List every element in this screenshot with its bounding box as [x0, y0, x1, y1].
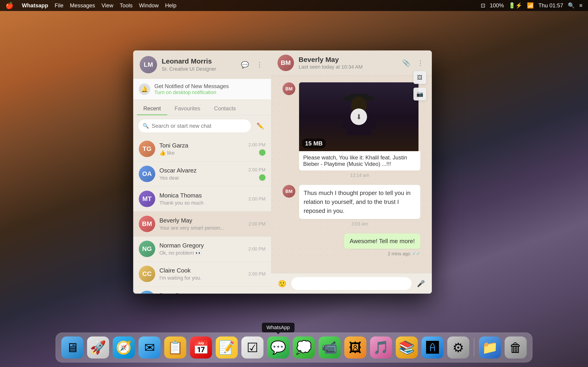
wifi-icon[interactable]: 📶 [527, 2, 534, 9]
chat-name-beverly: Beverly May [159, 217, 244, 224]
dock-app-safari[interactable]: 🧭 [113, 336, 135, 359]
dock-app-icon-safari: 🧭 [116, 340, 132, 355]
chat-time-beverly: 2:00 PM [249, 221, 266, 227]
spotlight-icon[interactable]: 🔍 [568, 2, 575, 9]
battery-percent: 100% [490, 2, 504, 9]
chat-meta-oscar: 2:00 PM [249, 167, 266, 181]
user-avatar[interactable]: LM [140, 56, 157, 73]
tab-favourites[interactable]: Favourites [168, 102, 207, 115]
chat-meta-claire: 2:00 PM [249, 271, 266, 277]
dock-app-itunes[interactable]: 🎵 [370, 336, 392, 359]
chat-header-icons: 📎 ⋮ [401, 58, 425, 68]
dock-app-icon-ibooks: 📚 [399, 340, 415, 355]
dock-app-icon-reminders: ☑ [247, 340, 258, 355]
chat-name-oscar: Oscar Alvarez [159, 167, 244, 174]
sender-avatar-2-image: BM [283, 185, 295, 198]
tab-contacts[interactable]: Contacts [208, 102, 242, 115]
chat-preview-monica: Thank you so much [159, 200, 244, 206]
dock-app-icon-mail: ✉ [144, 340, 155, 355]
dock-app-whatsapp[interactable]: WhatsApp 💬 [267, 336, 289, 359]
tab-recent[interactable]: Recent [137, 102, 167, 115]
menu-window[interactable]: Window [139, 2, 158, 9]
tab-bar: Recent Favourites Contacts [133, 100, 271, 115]
chat-info-monica: Monica Thomas Thank you so much [159, 192, 244, 206]
chat-more-icon[interactable]: ⋮ [415, 58, 425, 68]
chat-avatar-image-toni: TG [139, 141, 155, 157]
dock-app-trash[interactable]: 🗑 [505, 336, 527, 359]
dock-app-notefile[interactable]: 📋 [164, 336, 186, 359]
chat-header: BM Beverly May Last seen today at 10:34 … [271, 50, 432, 75]
chat-avatar-claire: CC [139, 266, 155, 282]
dock-app-calendar[interactable]: 📅 [190, 336, 212, 359]
contact-avatar[interactable]: BM [277, 55, 294, 71]
chat-avatar-perry: PR [139, 291, 155, 294]
menu-view[interactable]: View [102, 2, 113, 9]
contact-status: Last seen today at 10:34 AM [299, 64, 397, 70]
user-info: Leonard Morris Sr. Creative UI Designer [162, 57, 235, 72]
dock-app-notes[interactable]: 📝 [216, 336, 238, 359]
microphone-button[interactable]: 🎤 [415, 278, 426, 289]
airplay-icon[interactable]: ⊡ [481, 2, 485, 9]
attachment-icon[interactable]: 📎 [401, 58, 411, 68]
camera-action-button[interactable]: 📷 [414, 88, 426, 100]
video-thumbnail: ⬇ 15 MB [299, 82, 418, 151]
read-receipt-icon: ✓✓ [412, 251, 420, 257]
battery-icon: 🔋⚡ [509, 2, 522, 9]
chat-info-beverly: Beverly May Your are very smart person..… [159, 217, 244, 231]
video-card[interactable]: ⬇ 15 MB Please watch, You like it: Khali… [299, 82, 420, 170]
user-name: Leonard Morris [162, 57, 235, 65]
dock-app-finder[interactable]: 🖥 [61, 336, 83, 359]
dock-app-rocket[interactable]: 🚀 [87, 336, 109, 359]
dock-app-facetime[interactable]: 📹 [319, 336, 341, 359]
chat-item-oscar[interactable]: OA Oscar Alvarez Yes dear 2:00 PM [133, 161, 271, 186]
chat-info-norman: Norman Gregory Ok, no problem 👀 [159, 242, 244, 256]
dock-app-icon-prefs: ⚙ [452, 340, 464, 355]
chat-info-perry: Perry Ramos I will meet tonight. [159, 292, 244, 294]
dock-app-ibooks[interactable]: 📚 [396, 336, 418, 359]
incoming-message-text: Thus much I thought proper to tell you i… [304, 189, 416, 215]
messages-area: BM [271, 75, 432, 273]
chat-name-monica: Monica Thomas [159, 192, 244, 199]
chat-item-claire[interactable]: CC Claire Cook I'm waiting for you. 2:00… [133, 261, 271, 286]
chat-meta-monica: 2:00 PM [249, 196, 266, 202]
dock-app-reminders[interactable]: ☑ [242, 336, 263, 359]
message-input-area: 🙂 🎤 [271, 273, 432, 294]
chat-preview-norman: Ok, no problem 👀 [159, 250, 244, 256]
dock-app-mail[interactable]: ✉ [138, 336, 161, 359]
user-avatar-image: LM [140, 56, 157, 73]
chat-item-perry[interactable]: PR Perry Ramos I will meet tonight. 2:00… [133, 286, 271, 294]
chat-avatar-norman: NG [139, 241, 155, 257]
dock: 🖥 🚀 🧭 ✉ 📋 📅 📝 ☑ WhatsApp 💬 💭 [56, 333, 532, 362]
message-input[interactable] [291, 277, 412, 290]
chat-item-monica[interactable]: MT Monica Thomas Thank you so much 2:00 … [133, 186, 271, 211]
emoji-button[interactable]: 🙂 [277, 278, 288, 289]
dock-app-photos[interactable]: 🖼 [344, 336, 366, 359]
dock-app-folder[interactable]: 📁 [479, 336, 501, 359]
chat-item-beverly[interactable]: BM Beverly May Your are very smart perso… [133, 211, 271, 236]
image-action-button[interactable]: 🖼 [414, 71, 426, 84]
chat-time-norman: 2:00 PM [249, 246, 266, 252]
menu-file[interactable]: File [55, 2, 64, 9]
dock-app-appstore[interactable]: 🅰 [422, 336, 443, 359]
menu-tools[interactable]: Tools [120, 2, 132, 9]
notification-link[interactable]: Turn on desktop notification [154, 90, 216, 95]
search-input[interactable] [152, 123, 246, 129]
unread-badge-toni [259, 149, 266, 156]
menu-help[interactable]: Help [165, 2, 176, 9]
more-options-icon[interactable]: ⋮ [254, 60, 265, 70]
notification-center-icon[interactable]: ≡ [579, 2, 582, 9]
compose-button[interactable]: ✏️ [254, 120, 267, 132]
chat-item-toni[interactable]: TG Toni Garza 👍 like 2:00 PM [133, 136, 271, 161]
chat-preview-claire: I'm waiting for you. [159, 275, 244, 281]
menu-app-name[interactable]: Whatsapp [22, 2, 48, 9]
dock-app-messages[interactable]: 💭 [293, 336, 315, 359]
menu-messages[interactable]: Messages [70, 2, 95, 9]
chat-avatar-monica: MT [139, 191, 155, 207]
chat-icon[interactable]: 💬 [240, 60, 250, 70]
search-box: 🔍 [138, 119, 251, 133]
chat-item-norman[interactable]: NG Norman Gregory Ok, no problem 👀 2:00 … [133, 236, 271, 261]
chat-preview-beverly: Your are very smart person... [159, 225, 244, 231]
dock-app-prefs[interactable]: ⚙ [447, 336, 469, 359]
download-button[interactable]: ⬇ [351, 108, 367, 125]
apple-menu[interactable]: 🍎 [6, 2, 14, 9]
